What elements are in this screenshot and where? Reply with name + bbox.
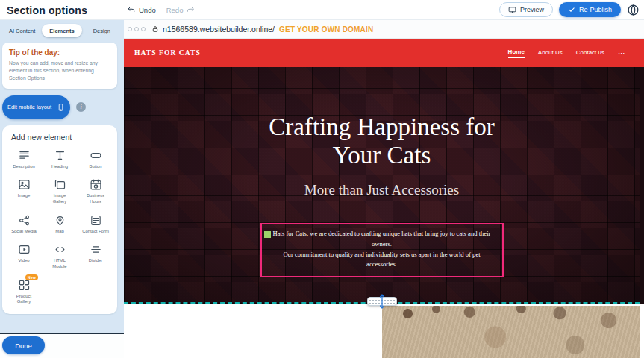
add-element-grid: Description Heading Button Image Image G…	[6, 149, 113, 305]
tab-ai-content[interactable]: AI Content	[2, 24, 42, 37]
add-element-label: Image Gallery	[46, 193, 73, 204]
window-dot-icon	[134, 27, 139, 31]
add-element-label: Divider	[89, 258, 102, 264]
add-element-contact-form[interactable]: Contact Form	[78, 214, 113, 235]
hero-paragraph-line2: Our commitment to quality and individual…	[269, 250, 495, 271]
add-element-title: Add new element	[11, 133, 113, 142]
preview-button[interactable]: Preview	[499, 2, 553, 17]
add-element-label: Heading	[51, 164, 68, 170]
next-section-image[interactable]	[382, 306, 640, 358]
element-handle[interactable]	[264, 231, 271, 238]
browser-bar: n1566589.websitebuilder.online/ GET YOUR…	[124, 20, 644, 39]
republish-button[interactable]: Re-Publish	[559, 2, 621, 17]
app: Section options Undo Redo Preview Re-Pub…	[0, 0, 644, 358]
history-controls: Undo Redo	[127, 0, 195, 20]
add-element-social-media[interactable]: Social Media	[6, 214, 42, 235]
heading-icon	[54, 149, 66, 162]
hero-title[interactable]: Crafting Happiness for Your Cats	[124, 67, 640, 169]
window-dot-icon	[141, 27, 146, 31]
image-gallery-icon	[54, 178, 66, 191]
add-element-image[interactable]: Image	[6, 178, 42, 204]
globe-icon	[627, 4, 640, 16]
section-resize-handle[interactable]	[367, 297, 397, 306]
sidebar-tabs: AI Content Elements Design	[2, 24, 122, 37]
window-dot-icon	[128, 27, 132, 31]
add-element-description[interactable]: Description	[6, 149, 42, 170]
page-edge-strip	[640, 39, 644, 358]
add-element-label: HTML Module	[46, 258, 73, 269]
undo-label: Undo	[139, 6, 156, 14]
get-domain-link[interactable]: GET YOUR OWN DOMAIN	[279, 25, 373, 34]
add-element-business-hours[interactable]: Business Hours	[78, 178, 113, 204]
new-badge: New	[25, 274, 38, 280]
republish-label: Re-Publish	[579, 6, 612, 13]
add-element-html-module[interactable]: HTML Module	[42, 243, 78, 269]
redo-label: Redo	[166, 6, 184, 14]
tip-body: Now you can add, move and resize any ele…	[9, 60, 110, 82]
product-gallery-icon	[18, 279, 31, 292]
add-element-label: Product Gallery	[10, 294, 37, 305]
edit-mobile-layout-button[interactable]: Edit mobile layout	[2, 95, 70, 119]
lock-icon	[151, 25, 159, 33]
image-icon	[18, 178, 31, 191]
page-title: Section options	[7, 4, 87, 16]
business-hours-icon	[90, 178, 102, 191]
site-preview: HATS FOR CATS Home About Us Contact us ⋯…	[124, 39, 640, 358]
next-section	[124, 304, 640, 358]
hero-paragraph-selected[interactable]: Hats for Cats, we are dedicated to craft…	[260, 223, 504, 277]
tab-elements[interactable]: Elements	[42, 24, 81, 37]
sidebar: AI Content Elements Design Tip of the da…	[0, 20, 124, 358]
preview-label: Preview	[520, 6, 544, 13]
site-logo[interactable]: HATS FOR CATS	[134, 49, 201, 57]
contact-form-icon	[90, 214, 102, 227]
redo-button[interactable]: Redo	[166, 6, 196, 15]
add-element-button[interactable]: Button	[78, 149, 113, 170]
map-icon	[54, 214, 66, 227]
hero-title-line1: Crafting Happiness for	[124, 113, 640, 142]
add-element-label: Description	[13, 164, 34, 170]
add-element-label: Map	[55, 229, 63, 235]
tip-title: Tip of the day:	[9, 48, 110, 57]
add-element-image-gallery[interactable]: Image Gallery	[42, 178, 78, 204]
add-element-label: Business Hours	[82, 193, 109, 204]
hero-title-line2: Your Cats	[124, 142, 640, 170]
nav-more-icon[interactable]: ⋯	[618, 49, 626, 57]
language-globe-button[interactable]	[627, 4, 640, 16]
info-icon[interactable]: i	[76, 102, 86, 112]
hero-paragraph-line1: Hats for Cats, we are dedicated to craft…	[269, 229, 495, 250]
topbar: Section options Undo Redo Preview Re-Pub…	[0, 0, 644, 20]
add-element-panel: Add new element Description Heading Butt…	[2, 125, 117, 314]
add-element-divider[interactable]: Divider	[78, 243, 113, 269]
resize-vertical-icon	[378, 292, 387, 311]
add-element-label: Button	[89, 164, 101, 170]
add-element-heading[interactable]: Heading	[42, 149, 78, 170]
nav-item-contact-us[interactable]: Contact us	[576, 49, 604, 57]
main-canvas: n1566589.websitebuilder.online/ GET YOUR…	[124, 20, 644, 358]
redo-icon	[186, 6, 195, 15]
add-element-product-gallery[interactable]: New Product Gallery	[6, 279, 42, 305]
social-media-icon	[18, 214, 31, 227]
hero-section[interactable]: Crafting Happiness for Your Cats More th…	[124, 67, 640, 304]
sidebar-footer: Done	[0, 333, 124, 358]
add-element-map[interactable]: Map	[42, 214, 78, 235]
add-element-video[interactable]: Video	[6, 243, 42, 269]
tab-design[interactable]: Design	[82, 24, 122, 37]
video-icon	[18, 243, 31, 256]
description-icon	[18, 149, 31, 162]
undo-icon	[127, 6, 136, 15]
nav-item-about-us[interactable]: About Us	[538, 49, 563, 57]
site-url: n1566589.websitebuilder.online/	[163, 25, 275, 34]
site-header[interactable]: HATS FOR CATS Home About Us Contact us ⋯	[124, 39, 640, 67]
check-icon	[568, 6, 575, 13]
window-dots	[128, 27, 146, 31]
strip-hero-segment	[640, 67, 644, 304]
divider-icon	[90, 243, 102, 256]
edit-mobile-label: Edit mobile layout	[7, 104, 51, 110]
undo-button[interactable]: Undo	[127, 6, 156, 15]
edit-mobile-row: Edit mobile layout i	[2, 95, 124, 119]
topbar-actions: Preview Re-Publish	[499, 2, 640, 17]
done-button[interactable]: Done	[2, 336, 45, 354]
hero-subtitle[interactable]: More than Just Accessories	[124, 182, 640, 198]
nav-item-home[interactable]: Home	[508, 48, 525, 58]
site-nav: Home About Us Contact us ⋯	[508, 48, 626, 58]
